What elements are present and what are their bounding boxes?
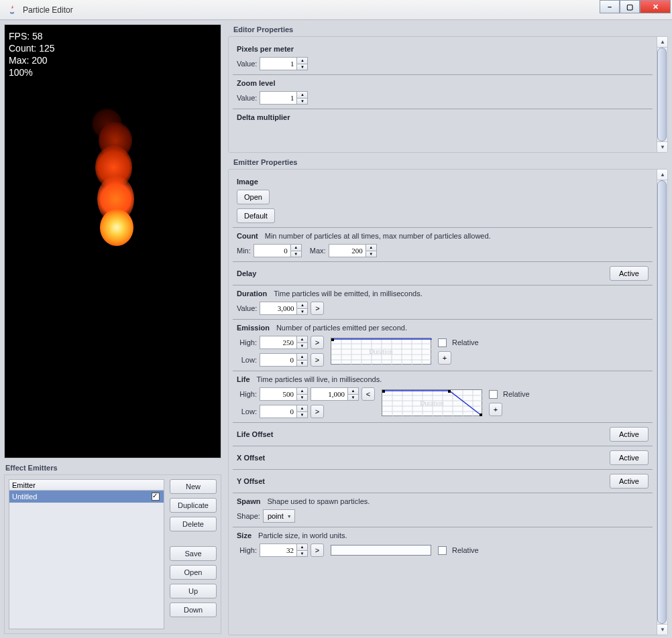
image-row: Image Open Default bbox=[233, 174, 653, 228]
stat-count: Count: 125 bbox=[9, 42, 217, 54]
ppm-input[interactable] bbox=[260, 58, 296, 70]
up-button[interactable]: Up bbox=[170, 584, 217, 598]
emitter-name: Untitled bbox=[12, 493, 37, 501]
editor-properties-label: Editor Properties bbox=[233, 25, 664, 34]
life-low-spinner[interactable]: ▲▼ bbox=[260, 405, 308, 418]
size-relative-checkbox[interactable] bbox=[438, 546, 447, 555]
emission-relative-checkbox[interactable] bbox=[438, 338, 447, 347]
life-relative-checkbox[interactable] bbox=[489, 390, 498, 399]
spawn-row: SpawnShape used to spawn particles. Shap… bbox=[233, 493, 653, 527]
open-button[interactable]: Open bbox=[170, 565, 217, 580]
emitter-properties-panel: Emitter Properties ▲ ▼ Image Open Defaul… bbox=[228, 157, 668, 635]
emission-low-spinner[interactable]: ▲▼ bbox=[260, 353, 308, 367]
duplicate-button[interactable]: Duplicate bbox=[170, 498, 217, 513]
life-high2-spinner[interactable]: ▲▼ bbox=[311, 387, 359, 401]
emission-graph[interactable]: Duration bbox=[331, 338, 431, 365]
preview-pane[interactable]: FPS: 58 Count: 125 Max: 200 100% bbox=[4, 24, 221, 458]
emission-low-expand-button[interactable]: > bbox=[311, 353, 324, 367]
life-high-collapse-button[interactable]: < bbox=[361, 387, 375, 401]
scroll-up-icon[interactable]: ▲ bbox=[657, 170, 668, 180]
right-column: Editor Properties ▲ ▼ Pixels per meter V… bbox=[225, 20, 672, 638]
flame-graphic bbox=[85, 109, 139, 256]
delta-multiplier-row: Delta multiplier bbox=[233, 109, 653, 125]
scroll-down-icon[interactable]: ▼ bbox=[657, 624, 668, 635]
zoom-level-row: Zoom level Value: ▲▼ bbox=[233, 75, 653, 109]
image-open-button[interactable]: Open bbox=[237, 190, 270, 204]
editor-properties-panel: Editor Properties ▲ ▼ Pixels per meter V… bbox=[228, 24, 668, 153]
stat-fps: FPS: 58 bbox=[9, 30, 217, 42]
window-controls: – ▢ ✕ bbox=[600, 0, 671, 13]
x-offset-active-button[interactable]: Active bbox=[610, 450, 649, 465]
duration-spinner[interactable]: ▲▼ bbox=[260, 302, 308, 315]
down-button[interactable]: Down bbox=[170, 602, 217, 617]
emission-high-spinner[interactable]: ▲▼ bbox=[260, 336, 308, 349]
delay-active-button[interactable]: Active bbox=[610, 266, 649, 281]
app-body: FPS: 58 Count: 125 Max: 200 100% Effect … bbox=[0, 20, 672, 638]
size-graph[interactable] bbox=[331, 545, 431, 556]
life-graph[interactable]: Duration bbox=[382, 389, 482, 416]
size-row: SizeParticle size, in world units. High:… bbox=[233, 527, 653, 561]
emitters-table[interactable]: Emitter Untitled bbox=[9, 479, 164, 629]
new-button[interactable]: New bbox=[170, 479, 217, 494]
zoom-spinner[interactable]: ▲▼ bbox=[260, 91, 308, 105]
delay-row: Delay Active bbox=[233, 262, 653, 285]
life-offset-active-button[interactable]: Active bbox=[610, 427, 649, 442]
title-bar: Particle Editor – ▢ ✕ bbox=[0, 0, 672, 20]
svg-rect-28 bbox=[382, 390, 385, 393]
life-high-spinner[interactable]: ▲▼ bbox=[260, 387, 308, 401]
stat-pct: 100% bbox=[9, 66, 217, 78]
emitters-table-header: Emitter bbox=[9, 480, 164, 491]
close-button[interactable]: ✕ bbox=[640, 0, 671, 13]
pixels-per-meter-row: Pixels per meter Value: ▲▼ bbox=[233, 41, 653, 75]
emitter-buttons: New Duplicate Delete Save Open Up Down bbox=[170, 479, 217, 629]
emitter-scrollbar[interactable]: ▲ ▼ bbox=[657, 170, 667, 635]
step-up-icon[interactable]: ▲ bbox=[296, 58, 307, 64]
image-default-button[interactable]: Default bbox=[237, 208, 275, 223]
duration-row: DurationTime particles will be emitted, … bbox=[233, 285, 653, 320]
svg-rect-29 bbox=[448, 390, 451, 393]
editor-scrollbar[interactable]: ▲ ▼ bbox=[657, 37, 667, 152]
scroll-up-icon[interactable]: ▲ bbox=[657, 37, 668, 48]
svg-rect-14 bbox=[331, 338, 334, 341]
life-low-expand-button[interactable]: > bbox=[311, 405, 324, 418]
y-offset-row: Y Offset Active bbox=[233, 470, 653, 493]
count-max-spinner[interactable]: ▲▼ bbox=[329, 244, 377, 257]
scroll-thumb[interactable] bbox=[657, 180, 667, 624]
size-high-expand-button[interactable]: > bbox=[311, 544, 324, 557]
x-offset-row: X Offset Active bbox=[233, 446, 653, 470]
spawn-shape-select[interactable]: point bbox=[263, 509, 295, 523]
size-high-spinner[interactable]: ▲▼ bbox=[260, 544, 308, 557]
svg-rect-30 bbox=[480, 413, 482, 416]
count-row: CountMin number of particles at all time… bbox=[233, 228, 653, 262]
maximize-button[interactable]: ▢ bbox=[620, 0, 640, 13]
ppm-spinner[interactable]: ▲▼ bbox=[260, 57, 308, 70]
window-title: Particle Editor bbox=[23, 5, 73, 15]
effect-emitters-panel: Emitter Untitled New Duplicate Delete Sa… bbox=[4, 474, 221, 634]
delete-button[interactable]: Delete bbox=[170, 517, 217, 531]
emitter-row[interactable]: Untitled bbox=[9, 491, 164, 503]
stat-max: Max: 200 bbox=[9, 54, 217, 66]
left-column: FPS: 58 Count: 125 Max: 200 100% Effect … bbox=[0, 20, 225, 638]
duration-expand-button[interactable]: > bbox=[311, 302, 324, 315]
life-offset-row: Life Offset Active bbox=[233, 423, 653, 446]
count-min-spinner[interactable]: ▲▼ bbox=[254, 244, 302, 257]
save-button[interactable]: Save bbox=[170, 546, 217, 561]
zoom-input[interactable] bbox=[260, 92, 296, 104]
y-offset-active-button[interactable]: Active bbox=[610, 474, 649, 489]
emission-high-expand-button[interactable]: > bbox=[311, 336, 324, 349]
effect-emitters-label: Effect Emitters bbox=[5, 464, 221, 472]
emitter-properties-label: Emitter Properties bbox=[233, 158, 664, 166]
step-down-icon[interactable]: ▼ bbox=[296, 64, 307, 70]
java-icon bbox=[7, 5, 17, 15]
emitter-checkbox[interactable] bbox=[152, 493, 160, 501]
minimize-button[interactable]: – bbox=[600, 0, 620, 13]
scroll-thumb[interactable] bbox=[657, 48, 667, 141]
emission-plus-button[interactable]: + bbox=[438, 351, 451, 365]
life-row: LifeTime particles will live, in millise… bbox=[233, 371, 653, 423]
stats-overlay: FPS: 58 Count: 125 Max: 200 100% bbox=[5, 25, 221, 78]
scroll-down-icon[interactable]: ▼ bbox=[657, 141, 668, 152]
emission-row: EmissionNumber of particles emitted per … bbox=[233, 320, 653, 371]
life-plus-button[interactable]: + bbox=[489, 403, 502, 416]
